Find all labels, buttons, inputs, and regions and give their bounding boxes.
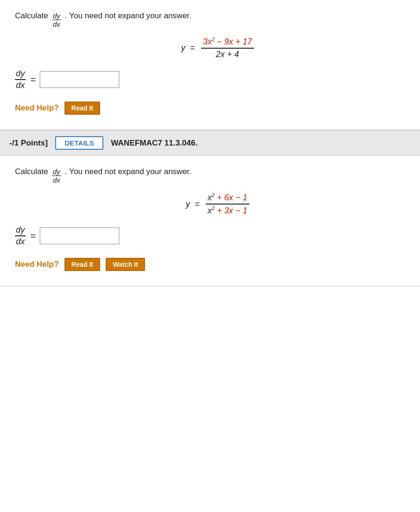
instruction-prefix-2: Calculate	[15, 167, 48, 176]
dy-label-1: dy	[52, 12, 61, 20]
instruction-suffix-2: . You need not expand your answer.	[65, 167, 191, 176]
section-1: Calculate dy dx . You need not expand yo…	[0, 0, 420, 130]
answer-dy-1: dy	[15, 69, 26, 80]
dx-label-2: dx	[52, 176, 61, 184]
instruction-2: Calculate dy dx . You need not expand yo…	[15, 167, 405, 184]
answer-dy-2: dy	[15, 225, 26, 236]
dy-label-2: dy	[52, 168, 61, 176]
need-help-row-2: Need Help? Read It Watch It	[15, 258, 405, 271]
answer-input-2[interactable]	[40, 227, 119, 244]
need-help-label-1: Need Help?	[15, 103, 59, 113]
equation-1: y = 3x2 − 9x + 17 2x + 4	[34, 37, 405, 59]
section-2-header: -/1 Points] DETAILS WANEFMAC7 11.3.046.	[0, 130, 420, 156]
answer-input-1[interactable]	[40, 71, 119, 88]
equals-sign-1: =	[30, 74, 36, 85]
answer-dy-dx-2: dy dx	[15, 225, 26, 247]
main-fraction-1: 3x2 − 9x + 17 2x + 4	[201, 37, 254, 59]
read-it-button-2[interactable]: Read It	[65, 258, 101, 271]
dy-dx-fraction-2: dy dx	[52, 168, 61, 184]
main-fraction-2: x2 + 6x − 1 x2 + 3x − 1	[206, 192, 249, 216]
eq-lhs-2: y =	[186, 199, 202, 209]
answer-row-2: dy dx =	[15, 225, 405, 247]
instruction-suffix-1: . You need not expand your answer.	[65, 11, 191, 21]
numerator-2: x2 + 6x − 1	[206, 192, 249, 205]
answer-row-1: dy dx =	[15, 69, 405, 90]
numerator-text-1: 3x2 − 9x + 17	[203, 37, 252, 46]
dy-dx-fraction-1: dy dx	[52, 12, 61, 28]
points-label: -/1 Points]	[9, 139, 48, 148]
numerator-1: 3x2 − 9x + 17	[201, 37, 254, 49]
instruction-1: Calculate dy dx . You need not expand yo…	[15, 11, 405, 28]
section-2: Calculate dy dx . You need not expand yo…	[0, 156, 420, 286]
denominator-text-1: 2x + 4	[216, 50, 239, 59]
section-id: WANEFMAC7 11.3.046.	[111, 139, 197, 148]
details-button[interactable]: DETAILS	[55, 136, 103, 150]
eq-lhs-1: y =	[181, 43, 197, 53]
denominator-1: 2x + 4	[214, 49, 241, 59]
need-help-row-1: Need Help? Read It	[15, 102, 405, 115]
answer-dy-dx-1: dy dx	[15, 69, 26, 90]
equation-2: y = x2 + 6x − 1 x2 + 3x − 1	[34, 192, 405, 216]
answer-dx-2: dx	[15, 236, 26, 247]
need-help-label-2: Need Help?	[15, 260, 59, 269]
denominator-2: x2 + 3x − 1	[206, 205, 249, 216]
read-it-button-1[interactable]: Read It	[65, 102, 101, 115]
instruction-prefix-1: Calculate	[15, 11, 48, 21]
watch-it-button-2[interactable]: Watch It	[106, 258, 145, 271]
dx-label-1: dx	[52, 20, 61, 28]
equals-sign-2: =	[30, 231, 36, 241]
numerator-text-2: x2 + 6x − 1	[208, 193, 247, 202]
answer-dx-1: dx	[15, 80, 26, 90]
denominator-text-2: x2 + 3x − 1	[208, 206, 247, 215]
